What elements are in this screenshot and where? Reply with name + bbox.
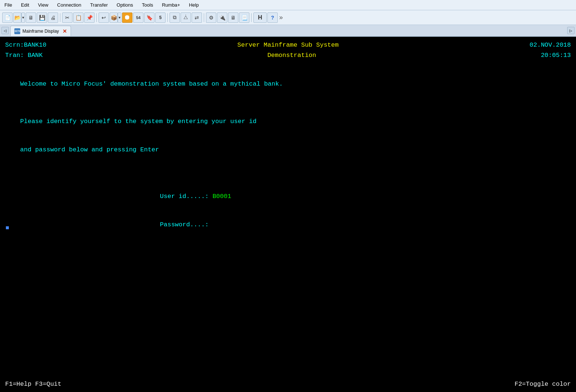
terminal-header-row2: Tran: BANK Demonstration 20:05:13 [5, 51, 571, 60]
please-line2: and password below and pressing Enter [5, 136, 571, 164]
bookmark-button[interactable]: 🔖 [144, 12, 154, 23]
tran-label: Tran: BANK [5, 51, 43, 60]
menu-tools[interactable]: Tools [141, 1, 154, 8]
sep1 [60, 13, 60, 22]
toolbar-overflow[interactable]: » [279, 14, 283, 21]
userid-line: User id.....: B0001 [5, 183, 571, 211]
footer-left: F1=Help F3=Quit [5, 381, 61, 388]
scrn-label: Scrn:BANK10 [5, 40, 46, 50]
blank-line-1 [5, 61, 571, 70]
cursor-indicator [5, 224, 9, 231]
sep5 [251, 13, 252, 22]
terminal-footer: F1=Help F3=Quit F2=Toggle color [5, 381, 571, 388]
tab-label: Mainframe Display [22, 29, 59, 34]
tabbar: ◁ 3270 Mainframe Display ✕ ▷ [0, 25, 576, 37]
hotspot-button[interactable]: H [253, 12, 267, 23]
doc-button[interactable]: 📃 [239, 12, 249, 23]
save-button[interactable]: 💾 [37, 12, 47, 23]
blank-line-4 [5, 173, 571, 183]
transfer-button[interactable]: ⇄ [192, 12, 202, 23]
menu-view[interactable]: View [36, 1, 50, 8]
copy2-button[interactable]: ⧉ [170, 12, 180, 23]
macro-button[interactable]: 📦 [110, 12, 118, 23]
terminal-subtitle: Demonstration [267, 51, 316, 60]
mainframe-tab[interactable]: 3270 Mainframe Display ✕ [10, 26, 71, 36]
menu-connection[interactable]: Connection [56, 1, 83, 8]
screen2-button[interactable]: 🖥 [228, 12, 238, 23]
help-button[interactable]: ? [267, 12, 278, 23]
terminal-title: Server Mainframe Sub System [237, 40, 338, 50]
sep4 [204, 13, 204, 22]
tab-nav-left[interactable]: ◁ [1, 27, 9, 34]
blank-line-2 [5, 98, 571, 108]
tab-scroll-right[interactable]: ▷ [567, 27, 575, 34]
macro-dropdown[interactable]: ▼ [118, 12, 121, 23]
menu-help[interactable]: Help [188, 1, 200, 8]
menu-file[interactable]: File [3, 1, 14, 8]
menubar: File Edit View Connection Transfer Optio… [0, 0, 576, 10]
open-dropdown[interactable]: ▼ [21, 12, 25, 23]
print-button[interactable]: 🖨 [48, 12, 58, 23]
menu-edit[interactable]: Edit [19, 1, 31, 8]
step-button[interactable]: 5 [155, 12, 166, 23]
password-label: Password....: [160, 221, 213, 228]
sep3 [167, 13, 168, 22]
record-button[interactable]: ⏺ [122, 12, 132, 23]
menu-options[interactable]: Options [115, 1, 135, 8]
tab-close-button[interactable]: ✕ [63, 28, 67, 34]
tab-icon: 3270 [14, 28, 20, 34]
copy-button[interactable]: 📋 [73, 12, 83, 23]
paste-button[interactable]: 📌 [84, 12, 95, 23]
menu-transfer[interactable]: Transfer [89, 1, 109, 8]
welcome-line: Welcome to Micro Focus' demonstration sy… [5, 70, 571, 98]
connect-button[interactable]: 🔌 [217, 12, 227, 23]
terminal-date: 02.NOV.2018 [530, 40, 571, 50]
toolbar: 📄 📂 ▼ 🖥 💾 🖨 ✂ 📋 📌 ↩ 📦 ▼ ⏺ 54 🔖 5 ⧉ ⧊ ⇄ ⚙… [0, 10, 576, 25]
new-button[interactable]: 📄 [2, 12, 13, 23]
userid-label: User id.....: [160, 193, 213, 200]
menu-rumbaplus[interactable]: Rumba+ [160, 1, 182, 8]
please-line1: Please identify yourself to the system b… [5, 108, 571, 136]
open-button[interactable]: 📂 [13, 12, 21, 23]
undo-button[interactable]: ↩ [99, 12, 109, 23]
cut-button[interactable]: ✂ [62, 12, 72, 23]
sep2 [96, 13, 97, 22]
footer-right: F2=Toggle color [515, 381, 571, 388]
paste2-button[interactable]: ⧊ [181, 12, 191, 23]
terminal-time: 20:05:13 [541, 51, 571, 60]
num54-button[interactable]: 54 [133, 12, 143, 23]
settings-button[interactable]: ⚙ [206, 12, 216, 23]
terminal-display[interactable]: Scrn:BANK10 Server Mainframe Sub System … [0, 37, 576, 392]
userid-value: B0001 [213, 193, 231, 200]
screen-button[interactable]: 🖥 [26, 12, 36, 23]
terminal-header-row1: Scrn:BANK10 Server Mainframe Sub System … [5, 40, 571, 50]
blank-line-3 [5, 164, 571, 173]
password-line: Password....: [5, 211, 571, 239]
